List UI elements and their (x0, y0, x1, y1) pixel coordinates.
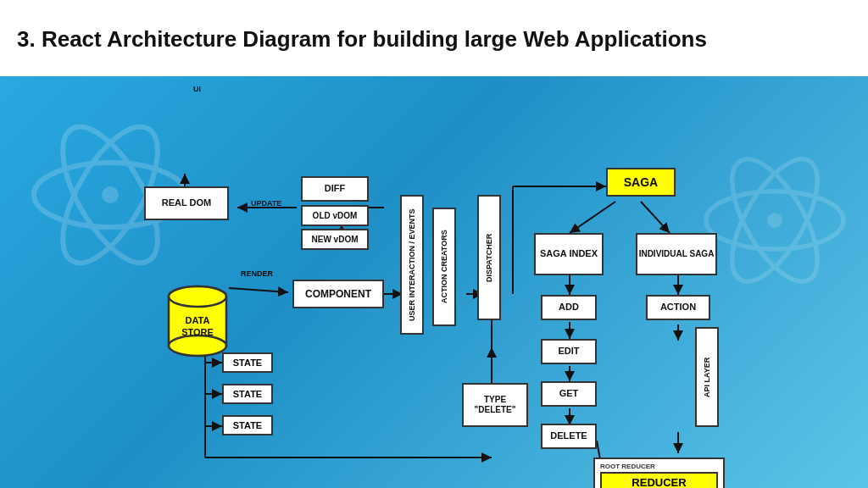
svg-point-7 (767, 213, 782, 228)
state-box-3: STATE (222, 415, 273, 435)
real-dom-box: REAL DOM (144, 186, 229, 220)
saga-box: SAGA (606, 168, 676, 197)
action-box: ACTION (646, 295, 710, 320)
ui-label: UI (193, 85, 201, 93)
new-vdom-box: NEW vDOM (301, 229, 369, 250)
svg-point-37 (169, 286, 226, 307)
api-layer-box: API LAYER (695, 327, 719, 427)
edit-box: EDIT (541, 339, 597, 364)
get-box: GET (541, 381, 597, 407)
saga-index-box: SAGA INDEX (534, 233, 604, 275)
delete-box: DELETE (541, 424, 597, 449)
dispatcher-box: DISPATCHER (477, 195, 501, 320)
reducer-box: REDUCER (600, 472, 718, 488)
svg-point-3 (102, 186, 119, 203)
type-delete-box: TYPE "DELETE" (462, 383, 528, 427)
svg-text:STORE: STORE (181, 327, 214, 337)
svg-point-36 (169, 336, 226, 356)
diagram-area: UI UPDATE RENDER REAL DOM DIFF OLD vDOM … (0, 76, 868, 488)
reducer-container: ROOT REDUCER REDUCER SLICE REDUCER (593, 458, 725, 488)
state-box-1: STATE (222, 352, 273, 373)
user-interaction-box: USER INTERACTION / EVENTS (400, 195, 424, 335)
title-bar: 3. React Architecture Diagram for buildi… (0, 0, 868, 76)
individual-saga-box: INDIVIDUAL SAGA (636, 233, 717, 275)
root-reducer-label: ROOT REDUCER (600, 463, 718, 470)
add-box: ADD (541, 295, 597, 320)
react-watermark-2 (698, 144, 851, 297)
old-vdom-box: OLD vDOM (301, 205, 369, 226)
svg-line-10 (229, 288, 288, 292)
diff-box: DIFF (301, 176, 369, 202)
svg-text:DATA: DATA (186, 315, 210, 325)
component-box: COMPONENT (292, 280, 384, 308)
action-creators-box: ACTION CREATORS (432, 208, 456, 326)
render-label: RENDER (241, 269, 273, 278)
svg-line-21 (570, 202, 615, 233)
state-box-2: STATE (222, 384, 273, 404)
data-store-box: DATA STORE (165, 285, 230, 359)
update-label: UPDATE (251, 199, 281, 208)
page-title: 3. React Architecture Diagram for buildi… (17, 25, 707, 53)
svg-line-22 (641, 202, 670, 233)
